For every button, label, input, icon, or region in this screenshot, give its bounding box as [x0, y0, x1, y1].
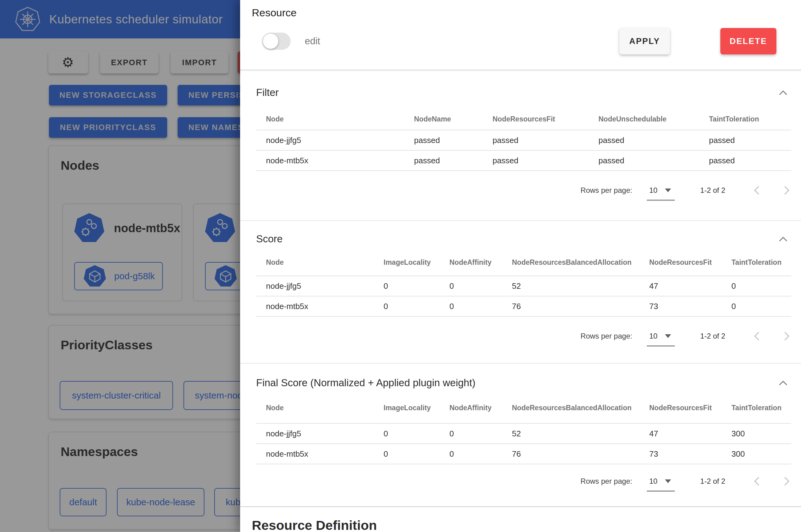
column-header: NodeUnschedulable — [598, 109, 709, 130]
cell-node: node-jjfg5 — [256, 130, 414, 150]
cell-node: node-jjfg5 — [256, 423, 384, 444]
cell: 0 — [384, 444, 450, 464]
column-header: TaintToleration — [709, 109, 791, 130]
cell: 73 — [649, 444, 731, 464]
edit-toggle-label: edit — [305, 36, 320, 47]
column-header: NodeResourcesFit — [649, 249, 731, 276]
cell: 76 — [512, 296, 649, 317]
column-header: NodeResourcesBalancedAllocation — [512, 249, 649, 276]
dropdown-caret-icon — [665, 334, 671, 338]
cell-node: node-mtb5x — [256, 296, 384, 317]
score-table: Node ImageLocality NodeAffinity NodeReso… — [256, 249, 791, 317]
cell: 300 — [731, 423, 791, 444]
page-range-label: 1-2 of 2 — [700, 186, 725, 195]
previous-page-icon[interactable] — [752, 475, 762, 488]
filter-table: Node NodeName NodeResourcesFit NodeUnsch… — [256, 109, 791, 171]
column-header: NodeAffinity — [450, 249, 512, 276]
table-row: node-jjfg5 0 0 52 47 0 — [256, 276, 791, 296]
cell: 0 — [731, 276, 791, 296]
rows-per-page-select[interactable]: 10 — [649, 332, 671, 340]
column-header: TaintToleration — [731, 393, 791, 423]
dropdown-caret-icon — [665, 479, 671, 483]
column-header: ImageLocality — [384, 249, 450, 276]
cell: 52 — [512, 276, 649, 296]
final-score-section-title: Final Score (Normalized + Applied plugin… — [256, 377, 476, 389]
cell: passed — [709, 150, 791, 171]
resource-drawer: Resource edit APPLY DELETE Filter Node N… — [240, 0, 801, 532]
cell: 300 — [731, 444, 791, 464]
column-header: Node — [256, 393, 384, 423]
column-header: ImageLocality — [384, 393, 450, 423]
column-header: TaintToleration — [731, 249, 791, 276]
cell: 0 — [450, 276, 512, 296]
score-section-title: Score — [256, 233, 283, 245]
cell: 0 — [450, 444, 512, 464]
rows-per-page-value: 10 — [649, 186, 658, 195]
column-header: NodeAffinity — [450, 393, 512, 423]
cell: 73 — [649, 296, 731, 317]
edit-toggle[interactable] — [262, 33, 291, 50]
column-header: NodeName — [414, 109, 493, 130]
table-row: node-mtb5x 0 0 76 73 0 — [256, 296, 791, 317]
column-header: NodeResourcesBalancedAllocation — [512, 393, 649, 423]
cell: 0 — [384, 296, 450, 317]
select-underline — [647, 345, 675, 346]
final-score-section: Final Score (Normalized + Applied plugin… — [240, 363, 801, 506]
score-section: Score Node ImageLocality NodeAffinity No… — [240, 220, 801, 363]
column-header: NodeResourcesFit — [493, 109, 598, 130]
cell: passed — [414, 130, 493, 150]
cell: 0 — [731, 296, 791, 317]
previous-page-icon[interactable] — [752, 184, 762, 196]
next-page-icon[interactable] — [782, 184, 791, 196]
page-range-label: 1-2 of 2 — [700, 477, 725, 486]
apply-button[interactable]: APPLY — [619, 28, 670, 54]
next-page-icon[interactable] — [782, 330, 791, 342]
previous-page-icon[interactable] — [752, 330, 762, 342]
rows-per-page-value: 10 — [649, 477, 658, 486]
resource-definition-title: Resource Definition — [252, 518, 801, 532]
select-underline — [647, 491, 675, 492]
table-pagination: Rows per page: 10 1-2 of 2 — [256, 317, 791, 363]
cell: 76 — [512, 444, 649, 464]
cell: 0 — [450, 423, 512, 444]
cell-node: node-mtb5x — [256, 444, 384, 464]
dropdown-caret-icon — [665, 189, 671, 192]
page-range-label: 1-2 of 2 — [700, 332, 725, 340]
rows-per-page-label: Rows per page: — [581, 186, 632, 195]
table-row: node-jjfg5 0 0 52 47 300 — [256, 423, 791, 444]
final-score-table: Node ImageLocality NodeAffinity NodeReso… — [256, 393, 791, 464]
cell: 0 — [450, 296, 512, 317]
cell-node: node-mtb5x — [256, 150, 414, 171]
table-pagination: Rows per page: 10 1-2 of 2 — [256, 171, 791, 220]
rows-per-page-value: 10 — [649, 332, 658, 340]
rows-per-page-label: Rows per page: — [581, 477, 632, 486]
toggle-knob — [263, 34, 278, 49]
cell: passed — [709, 130, 791, 150]
collapse-chevron-icon[interactable] — [779, 90, 787, 95]
filter-section-title: Filter — [256, 87, 278, 98]
table-pagination: Rows per page: 10 1-2 of 2 — [256, 464, 791, 506]
panel-bottom-edge — [240, 506, 801, 509]
collapse-chevron-icon[interactable] — [779, 236, 787, 242]
rows-per-page-select[interactable]: 10 — [649, 477, 671, 486]
cell: 0 — [384, 276, 450, 296]
cell: passed — [493, 150, 598, 171]
filter-section: Filter Node NodeName NodeResourcesFit No… — [240, 70, 801, 220]
select-underline — [647, 200, 675, 201]
table-header-row: Node ImageLocality NodeAffinity NodeReso… — [256, 393, 791, 423]
rows-per-page-select[interactable]: 10 — [649, 186, 671, 195]
delete-button[interactable]: DELETE — [720, 28, 776, 54]
cell: 52 — [512, 423, 649, 444]
table-row: node-mtb5x 0 0 76 73 300 — [256, 444, 791, 464]
column-header: Node — [256, 249, 384, 276]
table-row: node-jjfg5 passed passed passed passed — [256, 130, 791, 150]
rows-per-page-label: Rows per page: — [581, 332, 632, 340]
column-header: NodeResourcesFit — [649, 393, 731, 423]
column-header: Node — [256, 109, 414, 130]
table-header-row: Node ImageLocality NodeAffinity NodeReso… — [256, 249, 791, 276]
collapse-chevron-icon[interactable] — [779, 380, 787, 386]
cell: 0 — [384, 423, 450, 444]
table-row: node-mtb5x passed passed passed passed — [256, 150, 791, 171]
cell: passed — [414, 150, 493, 171]
next-page-icon[interactable] — [782, 475, 791, 488]
